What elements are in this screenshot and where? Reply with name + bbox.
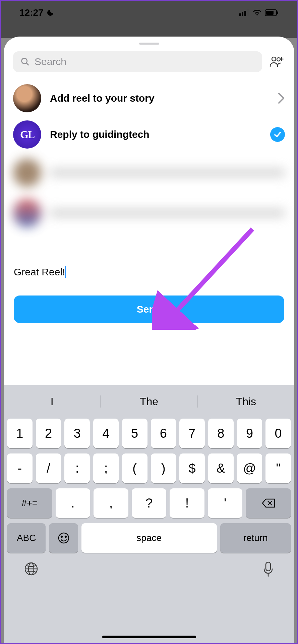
send-button[interactable]: Send [14,296,284,323]
key-3[interactable]: 3 [64,419,90,448]
message-input-row[interactable]: Great Reel! [4,260,294,286]
key-6[interactable]: 6 [151,419,176,448]
suggestion-bar: I The This [4,390,294,413]
key-question[interactable]: ? [132,488,167,518]
keyboard: I The This 1 2 3 4 5 6 7 8 9 0 - / : ; (… [4,385,294,643]
key-5[interactable]: 5 [122,419,147,448]
globe-icon[interactable] [24,561,39,576]
add-people-button[interactable] [268,53,285,70]
key-apostrophe[interactable]: ' [208,488,243,518]
do-not-disturb-icon [46,9,54,17]
key-emoji[interactable] [49,523,78,553]
status-time: 12:27 [19,7,44,18]
svg-point-17 [61,536,62,537]
key-period[interactable]: . [56,488,91,518]
message-text: Great Reel! [14,266,65,278]
blurred-contacts [4,153,294,260]
home-indicator[interactable] [102,636,196,638]
key-2[interactable]: 2 [36,419,61,448]
item-label: Add reel to your story [50,93,269,104]
battery-icon [265,9,279,16]
cellular-icon [239,9,249,16]
key-return[interactable]: return [220,523,291,553]
key-7[interactable]: 7 [179,419,205,448]
key-dash[interactable]: - [7,453,33,483]
key-space[interactable]: space [81,523,217,553]
svg-rect-1 [242,12,243,16]
svg-line-8 [26,63,29,65]
search-box[interactable] [13,51,262,72]
avatar: GL [13,120,41,149]
key-symbols[interactable]: #+= [7,488,52,518]
svg-rect-5 [266,11,274,15]
mic-icon[interactable] [262,561,274,577]
search-icon [20,57,30,66]
svg-rect-3 [247,9,249,16]
key-comma[interactable]: , [94,488,128,518]
key-backspace[interactable] [246,488,291,518]
key-amp[interactable]: & [208,453,234,483]
key-row: 1 2 3 4 5 6 7 8 9 0 [4,419,294,448]
key-row: - / : ; ( ) $ & @ " [4,453,294,483]
svg-rect-2 [244,11,246,16]
sheet-grabber[interactable] [139,43,159,45]
svg-point-18 [65,536,66,537]
key-slash[interactable]: / [36,453,61,483]
svg-rect-0 [239,13,241,16]
svg-point-7 [22,58,27,64]
suggestion[interactable]: This [198,395,294,408]
key-lparen[interactable]: ( [122,453,147,483]
text-cursor [65,266,66,278]
key-rparen[interactable]: ) [151,453,176,483]
key-0[interactable]: 0 [265,419,291,448]
suggestion[interactable]: I [4,395,100,408]
key-colon[interactable]: : [64,453,90,483]
chevron-right-icon [278,92,285,104]
key-dollar[interactable]: $ [179,453,205,483]
selected-check-icon[interactable] [270,127,285,142]
key-row: ABC space return [4,523,294,553]
add-to-story-item[interactable]: Add reel to your story [13,80,285,116]
key-quote[interactable]: " [265,453,291,483]
status-bar: 12:27 [1,1,297,24]
key-8[interactable]: 8 [208,419,234,448]
key-9[interactable]: 9 [237,419,262,448]
search-input[interactable] [35,56,255,67]
key-row: #+= . , ? ! ' [4,488,294,518]
key-abc[interactable]: ABC [7,523,46,553]
reply-to-item[interactable]: GL Reply to guidingtech [13,116,285,153]
svg-rect-6 [277,11,278,14]
svg-point-16 [59,533,69,543]
key-at[interactable]: @ [237,453,262,483]
key-1[interactable]: 1 [7,419,33,448]
svg-rect-22 [266,562,271,571]
avatar [13,84,41,112]
item-label: Reply to guidingtech [50,129,261,140]
svg-point-9 [272,57,276,61]
key-4[interactable]: 4 [93,419,119,448]
wifi-icon [252,9,262,16]
key-semicolon[interactable]: ; [93,453,119,483]
suggestion[interactable]: The [101,395,197,408]
key-exclaim[interactable]: ! [170,488,204,518]
